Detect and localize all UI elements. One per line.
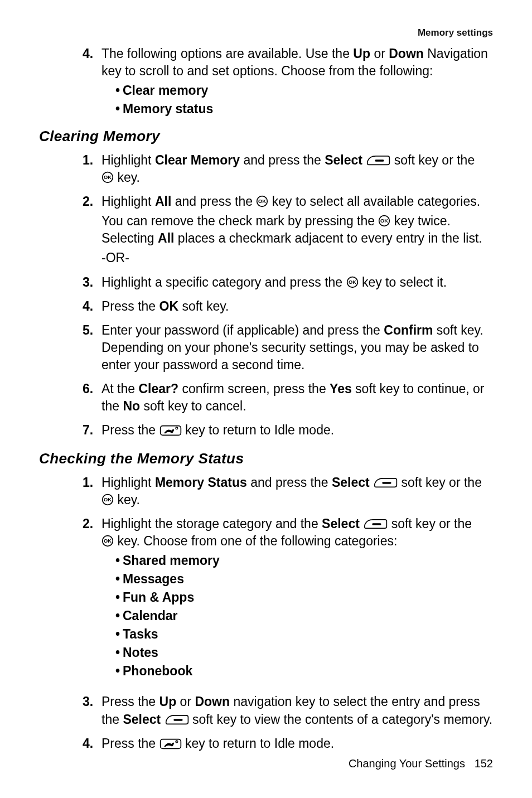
step-text: At the Clear? confirm screen, press the … (101, 380, 493, 415)
bullet: • (113, 82, 123, 99)
ok-key-icon (101, 535, 114, 547)
step-text: Press the OK soft key. (101, 298, 493, 315)
step-number: 3. (83, 274, 101, 293)
end-key-icon (159, 738, 182, 749)
ok-key-icon (256, 195, 268, 207)
step-number: 7. (83, 422, 101, 441)
step-number: 1. (83, 474, 101, 511)
softkey-icon (373, 477, 398, 489)
ok-key-icon (101, 171, 114, 183)
step-number: 3. (83, 693, 101, 730)
bullet-label: Clear memory (123, 82, 208, 99)
step-text: Press the Up or Down navigation key to s… (101, 693, 493, 728)
bullet-label: Calendar (123, 607, 177, 625)
bullet: • (113, 570, 123, 588)
step-number: 1. (83, 152, 101, 188)
step-text: Press the key to return to Idle mode. (101, 422, 493, 439)
step-text: Press the key to return to Idle mode. (101, 735, 493, 752)
end-key-icon (159, 425, 182, 436)
ok-key-icon (346, 276, 359, 288)
step-text: Highlight Clear Memory and press the Sel… (101, 152, 493, 186)
step-number: 2. (83, 193, 101, 269)
page-footer: Changing Your Settings 152 (349, 756, 493, 771)
step-number: 4. (83, 45, 101, 119)
step-text: Enter your password (if applicable) and … (101, 322, 493, 374)
ok-key-icon (101, 494, 114, 506)
softkey-icon (363, 519, 388, 530)
bullet: • (113, 626, 123, 643)
step-number: 5. (83, 322, 101, 376)
heading-clearing-memory: Clearing Memory (39, 127, 493, 146)
bullet-label: Memory status (123, 100, 213, 118)
step-number: 2. (83, 515, 101, 681)
step-text: Highlight Memory Status and press the Se… (101, 474, 493, 509)
softkey-icon (366, 155, 390, 166)
bullet: • (113, 100, 123, 118)
step-text: Highlight the storage category and the S… (101, 515, 493, 550)
bullet-label: Phonebook (123, 662, 192, 680)
step-text: The following options are available. Use… (101, 45, 493, 80)
step-number: 6. (83, 380, 101, 417)
step-text: -OR- (101, 249, 493, 267)
bullet: • (113, 644, 123, 661)
bullet-label: Tasks (123, 626, 158, 643)
step-number: 4. (83, 735, 101, 755)
bullet: • (113, 552, 123, 569)
bullet-label: Messages (123, 570, 184, 588)
softkey-icon (165, 714, 189, 726)
bullet-label: Fun & Apps (123, 589, 194, 606)
heading-memory-status: Checking the Memory Status (39, 449, 493, 468)
step-text: Highlight All and press the key to selec… (101, 193, 493, 210)
bullet: • (113, 589, 123, 606)
step-text: Highlight a specific category and press … (101, 274, 493, 291)
step-number: 4. (83, 298, 101, 317)
ok-key-icon (378, 215, 390, 227)
bullet: • (113, 662, 123, 680)
step-text: You can remove the check mark by pressin… (101, 212, 493, 247)
bullet-label: Shared memory (123, 552, 220, 569)
bullet: • (113, 607, 123, 625)
bullet-label: Notes (123, 644, 158, 661)
section-header: Memory settings (39, 27, 493, 40)
